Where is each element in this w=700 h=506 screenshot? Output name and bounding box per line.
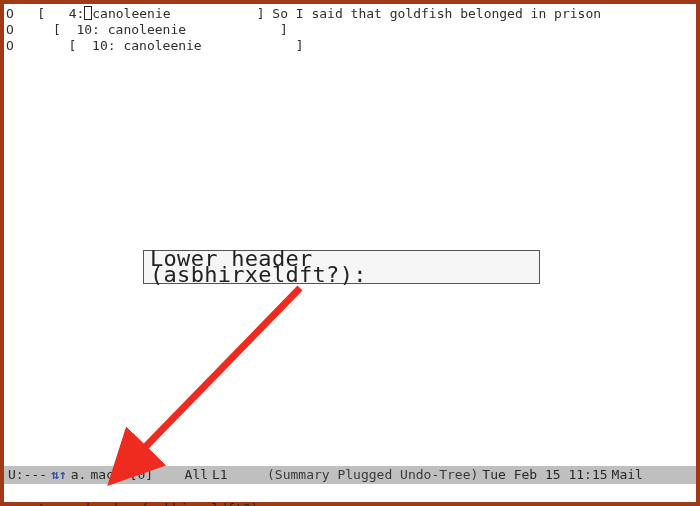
modeline-arrows-icon: ⇅↑ <box>51 467 67 483</box>
minibuffer[interactable]: Lower header (asbhirxeldft?): <box>4 484 696 502</box>
callout-zoom-box: Lower header (asbhirxeldft?): <box>143 250 540 284</box>
thread-author: canoleenie <box>123 38 201 53</box>
thread-line[interactable]: O [ 10: canoleenie ] <box>6 38 303 53</box>
modeline-line: L1 <box>212 467 228 483</box>
mode-line[interactable]: U:--- ⇅↑ a.macs [0] All L1 (Summary Plug… <box>4 466 696 484</box>
modeline-buffer-name: a. <box>71 467 87 483</box>
modeline-position: All <box>185 467 208 483</box>
thread-count: 10 <box>76 22 92 37</box>
thread-count: 10 <box>92 38 108 53</box>
modeline-modes: (Summary Plugged Undo-Tree) <box>267 467 478 483</box>
modeline-datetime: Tue Feb 15 11:15 <box>482 467 607 483</box>
modeline-buffer-suffix: macs [0] <box>90 467 153 483</box>
thread-status: O <box>6 22 14 37</box>
modeline-tail: Mail <box>612 467 643 483</box>
thread-line[interactable]: O [ 10: canoleenie ] <box>6 22 288 37</box>
minibuffer-prompt: Lower header (asbhirxeldft?): <box>39 501 266 506</box>
callout-text: Lower header (asbhirxeldft?): <box>150 251 533 283</box>
modeline-coding: U:--- <box>8 467 47 483</box>
summary-buffer[interactable]: O [ 4:canoleenie ] So I said that goldfi… <box>4 4 696 466</box>
thread-subject: So I said that goldfish belonged in pris… <box>272 6 601 21</box>
thread-author: canoleenie <box>92 6 170 21</box>
thread-line[interactable]: O [ 4:canoleenie ] So I said that goldfi… <box>6 6 601 21</box>
thread-status: O <box>6 6 14 21</box>
thread-status: O <box>6 38 14 53</box>
thread-author: canoleenie <box>108 22 186 37</box>
